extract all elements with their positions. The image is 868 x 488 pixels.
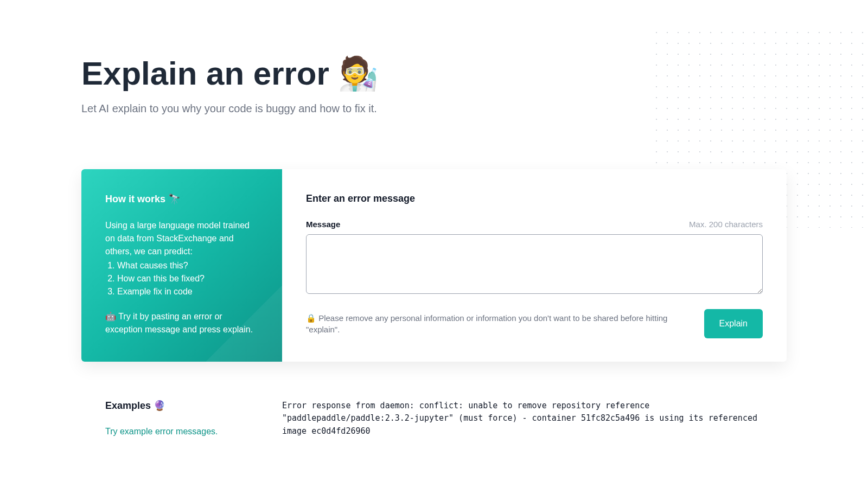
main-card: How it works 🔭 Using a large language mo… [81, 169, 787, 362]
sidebar-list-item: Example fix in code [117, 285, 258, 298]
example-error-code[interactable]: Error response from daemon: conflict: un… [282, 400, 787, 438]
sidebar-tryit: 🤖 Try it by pasting an error or exceptio… [105, 310, 258, 336]
sidebar-intro: Using a large language model trained on … [105, 219, 258, 258]
privacy-note: 🔒 Please remove any personal information… [306, 312, 688, 335]
label-row: Message Max. 200 characters [306, 220, 763, 229]
examples-section: Examples 🔮 Try example error messages. E… [81, 400, 787, 438]
examples-title: Examples 🔮 [105, 400, 258, 412]
page-subtitle: Let AI explain to you why your code is b… [81, 102, 787, 115]
sidebar-list: What causes this? How can this be fixed?… [105, 259, 258, 298]
bottom-row: 🔒 Please remove any personal information… [306, 309, 763, 338]
explain-button[interactable]: Explain [704, 309, 763, 338]
examples-left: Examples 🔮 Try example error messages. [81, 400, 282, 438]
page-title: Explain an error 🧑‍🔬 [81, 54, 787, 93]
examples-subtitle: Try example error messages. [105, 427, 258, 436]
error-message-input[interactable] [306, 234, 763, 294]
message-label: Message [306, 220, 340, 229]
sidebar-list-item: What causes this? [117, 259, 258, 272]
input-panel: Enter an error message Message Max. 200 … [282, 169, 787, 362]
panel-title: Enter an error message [306, 193, 763, 204]
sidebar-list-item: How can this be fixed? [117, 272, 258, 285]
sidebar-title: How it works 🔭 [105, 193, 258, 205]
char-limit-label: Max. 200 characters [689, 220, 763, 229]
how-it-works-sidebar: How it works 🔭 Using a large language mo… [81, 169, 282, 362]
page-container: Explain an error 🧑‍🔬 Let AI explain to y… [0, 0, 868, 438]
